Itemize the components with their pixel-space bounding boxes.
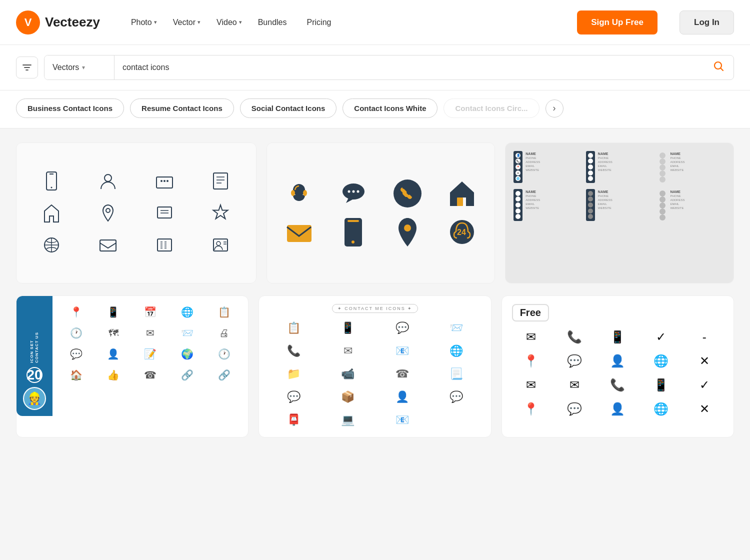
main-content: 24 👤 📞 📍 ✉ 🌐 NAME [0, 128, 750, 452]
svg-rect-43 [348, 220, 359, 222]
card-20-contact[interactable]: CONTACT USICON SET 20 👷 📍 📱 📅 🌐 📋 🕐 🗺 ✉ … [16, 296, 248, 438]
svg-point-6 [164, 180, 166, 182]
nav-bundles[interactable]: Bundles [251, 14, 294, 31]
logo[interactable]: V Vecteezy [16, 10, 100, 34]
search-wrapper: Vectors ▾ [44, 55, 734, 80]
svg-point-7 [166, 180, 168, 182]
signup-button[interactable]: Sign Up Free [577, 10, 658, 34]
chip-white[interactable]: Contact Icons White [342, 98, 438, 118]
svg-point-4 [104, 174, 112, 182]
search-bar: Vectors ▾ [0, 45, 750, 90]
chevron-down-icon: ▾ [82, 64, 85, 71]
logo-icon: V [16, 10, 40, 34]
search-submit-button[interactable] [704, 60, 734, 75]
chevron-down-icon: ▾ [198, 19, 200, 26]
top-row: 24 👤 📞 📍 ✉ 🌐 NAME [16, 142, 734, 284]
chip-social[interactable]: Social Contact Icons [240, 98, 337, 118]
search-category-select[interactable]: Vectors ▾ [44, 56, 114, 80]
svg-point-33 [291, 190, 295, 196]
svg-rect-28 [214, 239, 228, 251]
svg-point-45 [404, 224, 411, 232]
chip-resume[interactable]: Resume Contact Icons [130, 98, 234, 118]
card-contact-me[interactable]: ✦ CONTACT ME ICONS ✦ 📋 📱 💬 📨 📞 ✉ 📧 🌐 📁 📹… [258, 296, 491, 438]
svg-point-12 [106, 208, 110, 212]
filter-button[interactable] [16, 56, 38, 78]
nav-vector[interactable]: Vector ▾ [166, 14, 208, 31]
svg-point-37 [352, 190, 354, 192]
login-button[interactable]: Log In [680, 10, 734, 34]
sidebar-text: CONTACT USICON SET [30, 332, 39, 363]
svg-point-44 [352, 240, 354, 244]
svg-point-39 [394, 180, 422, 208]
svg-point-34 [303, 190, 307, 196]
bottom-row: CONTACT USICON SET 20 👷 📍 📱 📅 🌐 📋 🕐 🗺 ✉ … [16, 296, 734, 438]
svg-point-36 [348, 190, 350, 192]
chevron-down-icon: ▾ [154, 19, 157, 26]
card-business-contact[interactable] [16, 142, 256, 284]
svg-text:24: 24 [457, 228, 466, 236]
svg-rect-8 [214, 173, 228, 189]
nav-pricing[interactable]: Pricing [300, 14, 338, 31]
svg-rect-13 [158, 207, 172, 218]
chips-more-button[interactable]: › [546, 100, 564, 118]
nav-photo[interactable]: Photo ▾ [124, 14, 164, 31]
card-social-contact[interactable]: 24 [266, 142, 496, 284]
filter-chips: Business Contact Icons Resume Contact Ic… [0, 90, 750, 128]
svg-rect-18 [100, 240, 116, 251]
chip-business[interactable]: Business Contact Icons [16, 98, 124, 118]
free-badge: Free [512, 304, 549, 322]
business-icon-grid [28, 170, 244, 256]
chevron-down-icon: ▾ [239, 19, 242, 26]
logo-text: Vecteezy [45, 14, 100, 30]
svg-point-3 [51, 187, 52, 188]
svg-point-38 [356, 190, 359, 192]
svg-rect-40 [457, 198, 463, 206]
main-nav: Photo ▾ Vector ▾ Video ▾ Bundles Pricing [124, 14, 338, 31]
svg-rect-19 [158, 239, 172, 251]
svg-rect-41 [287, 225, 312, 242]
svg-point-29 [216, 242, 220, 246]
nav-video[interactable]: Video ▾ [210, 14, 249, 31]
svg-point-5 [160, 180, 162, 182]
card-contact-white[interactable]: 👤 📞 📍 ✉ 🌐 NAME PHONE ADDRESS EMAIL WEBSI… [505, 142, 734, 284]
card-free-contact[interactable]: Free ✉ 📞 📱 ✓ - 📍 💬 👤 🌐 ✕ ✉ ✉ 📞 📱 [502, 296, 734, 438]
search-input[interactable] [114, 63, 704, 72]
contact-me-badge: ✦ CONTACT ME ICONS ✦ [332, 304, 418, 313]
header: V Vecteezy Photo ▾ Vector ▾ Video ▾ Bund… [0, 0, 750, 45]
chip-circle[interactable]: Contact Icons Circ... [444, 98, 539, 118]
